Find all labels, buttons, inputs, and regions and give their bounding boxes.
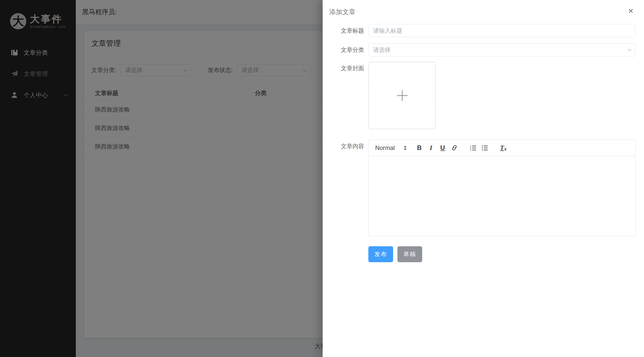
format-picker-label: Normal xyxy=(375,144,395,151)
bullet-list-icon xyxy=(481,144,488,151)
clean-format-button[interactable]: T x xyxy=(497,142,509,153)
drawer-body: 文章标题 文章分类 请选择 文章封面 xyxy=(323,24,644,262)
italic-button[interactable]: I xyxy=(425,142,437,153)
underline-button[interactable]: U xyxy=(437,142,448,153)
ordered-list-icon: 1 2 3 xyxy=(470,144,476,151)
link-icon xyxy=(451,144,458,151)
title-field-label: 文章标题 xyxy=(329,24,364,37)
clean-t: T xyxy=(500,144,504,152)
rich-text-editor: Normal B I U xyxy=(368,140,636,236)
editor-toolbar: Normal B I U xyxy=(369,140,635,156)
picker-arrows-icon xyxy=(404,146,407,150)
publish-button[interactable]: 发布 xyxy=(368,246,393,262)
add-article-drawer: 添加文章 ✕ 文章标题 文章分类 请选择 文章封面 xyxy=(323,0,644,357)
category-field-label: 文章分类 xyxy=(329,43,364,56)
link-button[interactable] xyxy=(448,142,460,153)
cover-field-label: 文章封面 xyxy=(329,62,364,129)
form-row-category: 文章分类 请选择 xyxy=(329,43,636,56)
form-row-cover: 文章封面 xyxy=(329,62,636,129)
chevron-down-icon xyxy=(628,48,631,51)
modal-overlay[interactable] xyxy=(0,0,323,357)
plus-icon xyxy=(397,90,408,101)
draft-button[interactable]: 草稿 xyxy=(397,246,422,262)
cover-upload-box[interactable] xyxy=(368,62,436,129)
form-row-title: 文章标题 xyxy=(329,24,636,37)
format-picker[interactable]: Normal xyxy=(375,144,407,151)
drawer-header: 添加文章 ✕ xyxy=(323,0,644,24)
close-icon[interactable]: ✕ xyxy=(628,8,634,14)
bold-button[interactable]: B xyxy=(414,142,425,153)
ordered-list-button[interactable]: 1 2 3 xyxy=(467,142,479,153)
drawer-title: 添加文章 xyxy=(329,8,355,16)
article-title-input[interactable] xyxy=(368,24,636,37)
drawer-actions: 发布 草稿 xyxy=(368,246,636,262)
svg-text:3: 3 xyxy=(470,149,471,151)
form-row-content: 文章内容 Normal B I U xyxy=(329,140,636,236)
editor-content-area[interactable] xyxy=(369,156,635,236)
article-category-select[interactable]: 请选择 xyxy=(368,43,636,56)
clean-x: x xyxy=(504,147,507,151)
content-field-label: 文章内容 xyxy=(329,140,364,236)
bullet-list-button[interactable] xyxy=(479,142,490,153)
select-placeholder: 请选择 xyxy=(373,46,391,54)
